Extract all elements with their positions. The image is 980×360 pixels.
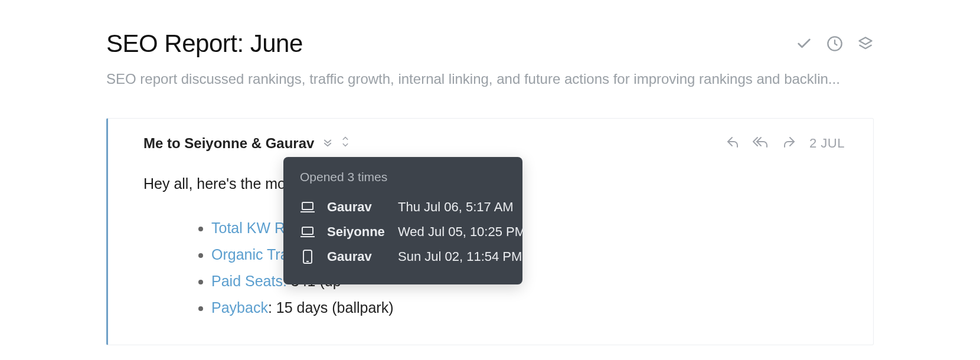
tooltip-timestamp: Wed Jul 05, 10:25 PM [398,224,525,240]
from-text: Me to Seiyonne & Gaurav [143,135,314,152]
page-subtitle: SEO report discussed rankings, traffic g… [106,68,874,90]
svg-marker-1 [860,38,872,45]
header-actions [796,35,874,52]
tooltip-row: Seiyonne Wed Jul 05, 10:25 PM [300,220,506,244]
tooltip-title: Opened 3 times [300,170,506,184]
open-tracking-tooltip: Opened 3 times Gaurav Thu Jul 06, 5:17 A… [283,157,522,284]
svg-rect-4 [302,227,313,234]
mobile-icon [300,249,315,264]
tooltip-row: Gaurav Sun Jul 02, 11:54 PM [300,244,506,269]
laptop-icon [300,225,315,238]
reply-icon[interactable] [726,135,740,152]
laptop-icon [300,201,315,214]
message-actions: 2 JUL [726,135,845,152]
double-chevron-down-icon[interactable] [322,135,333,152]
forward-icon[interactable] [782,135,796,152]
page-title: SEO Report: June [106,30,303,58]
message-date: 2 JUL [809,136,845,151]
layers-icon[interactable] [857,35,874,52]
clock-icon[interactable] [827,35,843,52]
list-item-rest: : 15 days (ballpark) [268,299,394,316]
list-item: Payback: 15 days (ballpark) [211,294,845,321]
tooltip-row: Gaurav Thu Jul 06, 5:17 AM [300,195,506,220]
link-text[interactable]: Payback [211,299,268,316]
expand-collapse-icon[interactable] [340,135,351,152]
checkmark-icon[interactable] [796,35,812,52]
tooltip-name: Gaurav [327,249,386,264]
svg-rect-2 [302,202,313,210]
tooltip-timestamp: Sun Jul 02, 11:54 PM [398,249,522,264]
from-line: Me to Seiyonne & Gaurav [143,135,351,152]
link-text[interactable]: Paid Seats: [211,273,287,289]
tooltip-timestamp: Thu Jul 06, 5:17 AM [398,199,514,215]
tooltip-name: Seiyonne [327,224,386,240]
tooltip-name: Gaurav [327,199,386,215]
reply-all-icon[interactable] [753,135,769,152]
